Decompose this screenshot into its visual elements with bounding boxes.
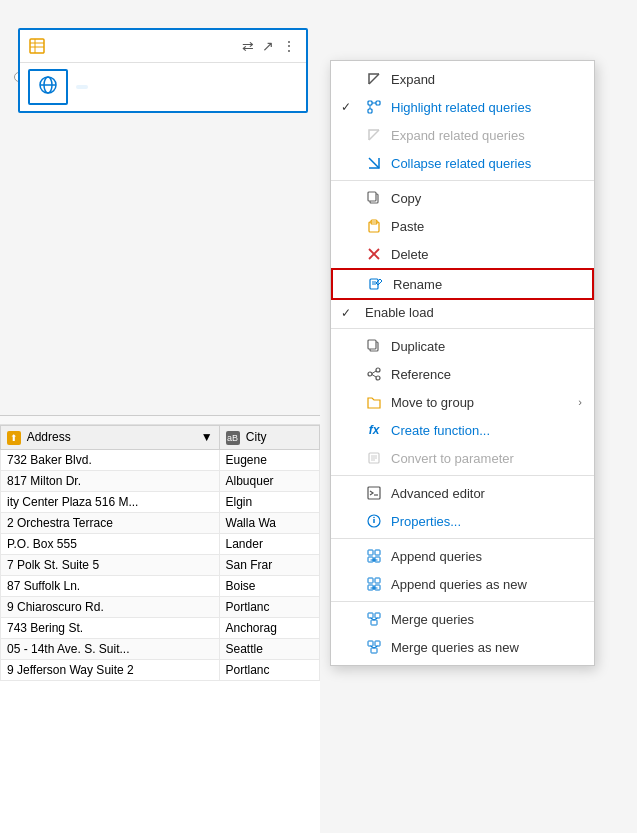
filter-icon-address[interactable]: ▼ — [201, 430, 213, 444]
svg-rect-55 — [371, 620, 377, 625]
table-cell: Portlanc — [219, 596, 319, 617]
menu-icon-delete — [365, 245, 383, 263]
expand-icon[interactable]: ↗ — [260, 36, 276, 56]
menu-label-properties: Properties... — [391, 514, 582, 529]
svg-line-31 — [372, 375, 376, 378]
table-cell: 817 Milton Dr. — [1, 470, 220, 491]
menu-item-rename[interactable]: Rename — [331, 268, 594, 300]
svg-rect-41 — [368, 550, 373, 555]
menu-icon-convert-param — [365, 449, 383, 467]
menu-icon-duplicate — [365, 337, 383, 355]
table-label — [0, 416, 320, 425]
menu-item-expand[interactable]: Expand — [331, 65, 594, 93]
menu-item-advanced-editor[interactable]: Advanced editor — [331, 479, 594, 507]
svg-point-27 — [368, 372, 372, 376]
query-card: ⇄ ↗ ⋮ — [18, 28, 308, 113]
menu-icon-append-queries-new — [365, 575, 383, 593]
col-address-header: ⬆ Address ▼ — [1, 426, 220, 450]
menu-item-reference[interactable]: Reference — [331, 360, 594, 388]
menu-icon-create-function: fx — [365, 421, 383, 439]
menu-check-highlight-related: ✓ — [341, 100, 355, 114]
svg-rect-0 — [30, 39, 44, 53]
menu-separator — [331, 538, 594, 539]
svg-rect-26 — [368, 340, 376, 349]
menu-item-expand-related: Expand related queries — [331, 121, 594, 149]
menu-icon-paste — [365, 217, 383, 235]
menu-label-enable-load: Enable load — [365, 305, 582, 320]
table-cell: San Frar — [219, 554, 319, 575]
table-cell: Boise — [219, 575, 319, 596]
menu-item-merge-queries[interactable]: Merge queries — [331, 605, 594, 633]
menu-icon-properties — [365, 512, 383, 530]
table-cell: ity Center Plaza 516 M... — [1, 491, 220, 512]
table-cell: Walla Wa — [219, 512, 319, 533]
menu-label-expand-related: Expand related queries — [391, 128, 582, 143]
query-card-header: ⇄ ↗ ⋮ — [20, 30, 306, 63]
menu-label-collapse-related: Collapse related queries — [391, 156, 582, 171]
menu-item-paste[interactable]: Paste — [331, 212, 594, 240]
menu-icon-move-to-group — [365, 393, 383, 411]
menu-item-collapse-related[interactable]: Collapse related queries — [331, 149, 594, 177]
svg-line-13 — [369, 130, 379, 140]
col-city-header: aB City — [219, 426, 319, 450]
svg-rect-42 — [375, 550, 380, 555]
table-body: 732 Baker Blvd.Eugene817 Milton Dr.Albuq… — [1, 449, 320, 680]
menu-icon-reference — [365, 365, 383, 383]
sort-icon-address: ⬆ — [7, 431, 21, 445]
svg-point-40 — [373, 517, 375, 519]
query-badge — [28, 69, 68, 105]
menu-separator — [331, 328, 594, 329]
menu-item-move-to-group[interactable]: Move to group› — [331, 388, 594, 416]
query-card-body — [20, 63, 306, 111]
menu-label-move-to-group: Move to group — [391, 395, 570, 410]
svg-rect-59 — [375, 641, 380, 646]
menu-label-merge-queries: Merge queries — [391, 612, 582, 627]
menu-item-append-queries[interactable]: Append queries — [331, 542, 594, 570]
table-cell: Lander — [219, 533, 319, 554]
menu-item-merge-queries-new[interactable]: Merge queries as new — [331, 633, 594, 661]
share-icon[interactable]: ⇄ — [240, 36, 256, 56]
svg-rect-9 — [376, 101, 380, 105]
svg-line-14 — [369, 158, 379, 168]
table-cell: 05 - 14th Ave. S. Suit... — [1, 638, 220, 659]
menu-label-merge-queries-new: Merge queries as new — [391, 640, 582, 655]
query-steps-badge — [76, 85, 88, 89]
menu-item-properties[interactable]: Properties... — [331, 507, 594, 535]
svg-marker-24 — [376, 279, 382, 285]
menu-item-enable-load[interactable]: ✓Enable load — [331, 300, 594, 325]
menu-check-enable-load: ✓ — [341, 306, 355, 320]
svg-point-29 — [376, 376, 380, 380]
menu-icon-advanced-editor — [365, 484, 383, 502]
svg-rect-10 — [368, 109, 372, 113]
menu-icon-rename — [367, 275, 385, 293]
menu-separator — [331, 180, 594, 181]
svg-rect-53 — [368, 613, 373, 618]
menu-icon-append-queries — [365, 547, 383, 565]
menu-item-create-function[interactable]: fxCreate function... — [331, 416, 594, 444]
menu-item-copy[interactable]: Copy — [331, 184, 594, 212]
menu-label-copy: Copy — [391, 191, 582, 206]
menu-label-rename: Rename — [393, 277, 580, 292]
more-icon[interactable]: ⋮ — [280, 36, 298, 56]
table-row: ity Center Plaza 516 M...Elgin — [1, 491, 320, 512]
menu-item-append-queries-new[interactable]: Append queries as new — [331, 570, 594, 598]
menu-icon-merge-queries — [365, 610, 383, 628]
svg-rect-47 — [368, 578, 373, 583]
menu-item-highlight-related[interactable]: ✓Highlight related queries — [331, 93, 594, 121]
table-cell: P.O. Box 555 — [1, 533, 220, 554]
menu-arrow-move-to-group: › — [578, 396, 582, 408]
menu-label-reference: Reference — [391, 367, 582, 382]
menu-icon-highlight-related — [365, 98, 383, 116]
data-table-area: ⬆ Address ▼ aB City 732 Baker Blvd.Eugen… — [0, 415, 320, 833]
query-card-table-icon — [28, 37, 46, 55]
menu-label-delete: Delete — [391, 247, 582, 262]
menu-item-duplicate[interactable]: Duplicate — [331, 332, 594, 360]
menu-label-paste: Paste — [391, 219, 582, 234]
data-table: ⬆ Address ▼ aB City 732 Baker Blvd.Eugen… — [0, 425, 320, 681]
menu-label-highlight-related: Highlight related queries — [391, 100, 582, 115]
svg-rect-8 — [368, 101, 372, 105]
query-card-actions: ⇄ ↗ ⋮ — [240, 36, 298, 56]
menu-item-delete[interactable]: Delete — [331, 240, 594, 268]
table-row: P.O. Box 555Lander — [1, 533, 320, 554]
table-cell: 743 Bering St. — [1, 617, 220, 638]
